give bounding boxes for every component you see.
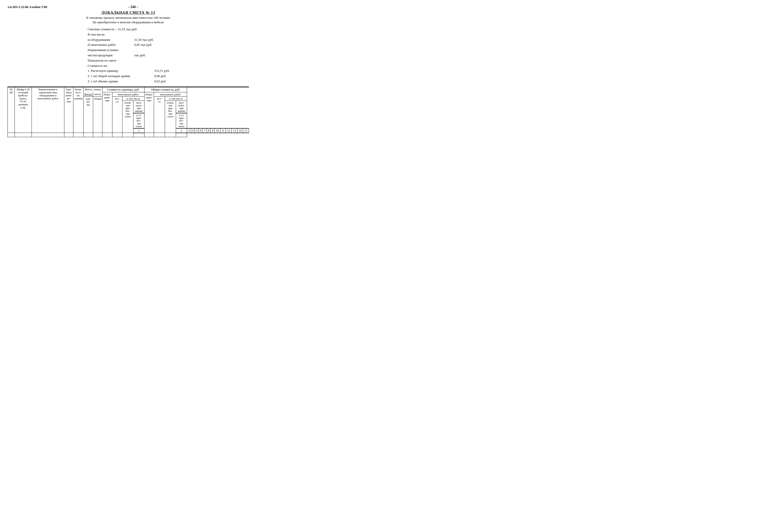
col-total-mach-header: эксп-луата-циямашин [176,101,187,113]
cost-mount-value: 0,05 тыс.руб. [134,42,152,48]
col-num-5: 5 [195,128,199,133]
col-num-9: 9 [211,128,215,133]
document-title: ЛОКАЛЬНАЯ СМЕТА № 13 [8,11,249,15]
header-row-1: №пп Шифр и №позицийпрейску-ранта,УСН,цен… [8,87,249,92]
col-name-header: Наименование ихарактеристикаоборудвания … [32,87,64,133]
col-mass-header: Масса, тонны [83,87,102,92]
cost-summary-block: Сметная стоимость – 31,55 тыс.руб. В том… [88,27,249,84]
cost-mount-label: б) монтажных работ [88,42,133,48]
col-num-7: 7 [202,128,206,133]
col-code-header: Шифр и №позицийпрейску-ранта,УСН,ценника… [15,87,32,133]
normative-value: тыс.руб. [134,53,146,58]
normative-label: Нормативная условно-чистая продукция [88,48,133,58]
col-num-10: 10 [215,128,220,133]
cost-per-label: Стоимость на: [88,63,249,69]
col-num-3: 3 [187,128,191,133]
col-cost-equip-header: обору-дова-ния [102,92,112,133]
col-mount-all-header: все-го [112,96,122,133]
col-num-1: 1 [133,128,144,133]
col-total-mach-sub: в т.чзара-бот-наяплата [176,113,187,128]
col-cost-header: Стоимость единицы, руб. [102,87,144,92]
col-mount-detail-header: в том числе [122,96,144,101]
subtitle-2: На приобретение и монтаж оборудования и … [8,20,249,24]
col-num-13: 13 [232,128,237,133]
col-mount-base-header: основ-наязара-бот-наяплата [122,101,133,133]
col-mass-unit-header: еди-ни-цы [83,96,93,133]
indicators-label: Показатели по смете [88,58,249,63]
col-total-equip-header: обору-дова-ния [144,92,154,133]
page-number: – 244 – [47,5,219,9]
col-cost-mount-header: монтажных работ [112,92,144,96]
col-num-8: 8 [206,128,211,133]
col-mount-mach-sub: в т.ч.зара-бот-наяплата [133,113,144,128]
col-num-14: 14 [237,128,243,133]
col-total-mount-detail-header: в том числе [165,96,187,101]
col-num-6: 6 [199,128,203,133]
col-num-2: 2 [176,128,187,133]
per-sqm-value: 0,06 руб. [154,74,166,79]
cost-equip-value: 31,50 тыс.руб. [134,37,154,43]
cost-equip-label: а) оборудования [88,37,133,43]
document-reference: т.п.503-5-22.86 Альбом УШ [8,5,47,9]
col-total-header: Общая стоимость, руб. [144,87,187,92]
table-row [8,133,249,137]
col-unit-header: Еди-ницаизме-ре-ния [64,87,73,133]
subtitle-1: К типовому проекту автовокзала вместимос… [8,16,249,20]
col-num-12: 12 [226,128,232,133]
cost-line-1: Сметная стоимость – 31,55 тыс.руб. [88,27,249,32]
col-num-4: 4 [191,128,195,133]
per-sqm-label: 2. 1 м2 общей площади здания [88,74,153,79]
col-total-mount-header: монтажных работ [154,92,187,96]
col-num-11: 11 [220,128,226,133]
per-unit-value: 315,51 руб. [154,68,170,74]
cost-line-2: В том числе: [88,32,249,37]
col-mass-total-header: общая [93,96,102,133]
col-qty-header: Коли-чест-воединиц [73,87,84,133]
col-num-15: 15 [243,128,249,133]
per-unit-label: 1. Расчетную единицу [88,68,153,74]
col-total-base-header: основ-наязара-бот-наяплата [165,101,176,133]
col-total-mount-all-header: все-го [154,96,165,133]
col-num-header: №пп [8,87,15,133]
per-m3-value: 0,02 руб. [154,79,166,84]
col-mount-mach-header: эксп-луата-циямашин [133,101,144,113]
per-m3-label: 3. 1 м3 объема здания [88,79,153,84]
estimate-table: №пп Шифр и №позицийпрейску-ранта,УСН,цен… [8,87,249,137]
